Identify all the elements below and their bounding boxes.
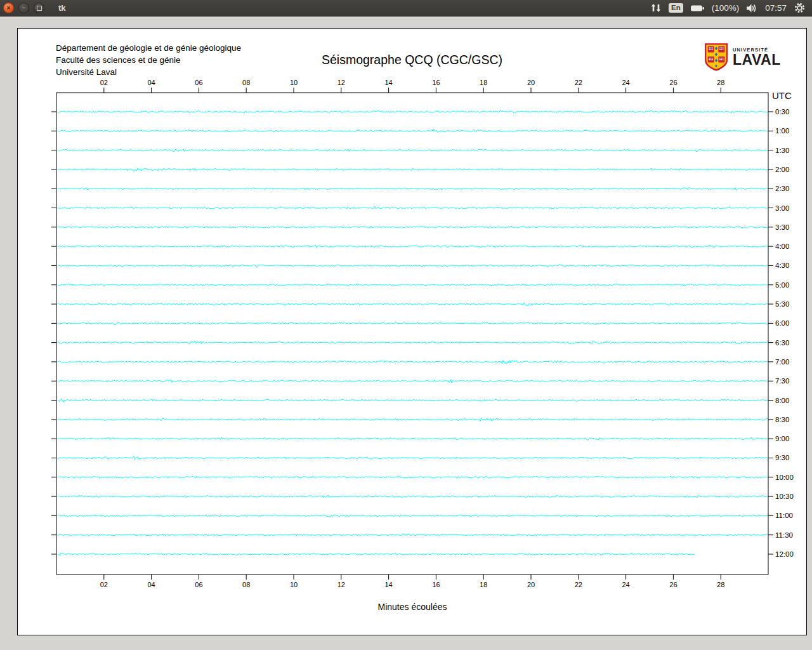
x-tick-label-top: 06	[195, 79, 202, 86]
seismograph-plot: 0202040406060808101012121414161618182020…	[18, 29, 808, 636]
seismic-trace	[58, 495, 768, 498]
utc-time-label: 3:00	[775, 204, 789, 212]
clock[interactable]: 07:57	[765, 3, 787, 13]
x-tick-label-top: 12	[337, 79, 345, 86]
utc-time-label: 4:30	[775, 262, 789, 269]
x-tick-label-bottom: 02	[100, 581, 108, 588]
seismic-trace	[58, 399, 768, 402]
utc-time-label: 9:00	[775, 435, 789, 442]
maximize-icon	[37, 6, 42, 11]
utc-time-label: 9:30	[775, 454, 789, 461]
x-tick-label-bottom: 04	[147, 581, 155, 588]
utc-time-label: 11:00	[775, 512, 793, 519]
x-tick-label-bottom: 16	[432, 581, 440, 588]
x-tick-label-top: 26	[669, 79, 677, 86]
seismic-trace	[58, 206, 768, 209]
system-tray: En (100%) 07:57	[650, 2, 812, 14]
x-tick-label-bottom: 14	[384, 581, 392, 588]
utc-time-label: 1:30	[775, 147, 789, 154]
seismic-trace	[58, 456, 768, 460]
seismic-trace	[58, 361, 768, 364]
seismic-trace	[58, 265, 768, 267]
seismic-trace	[58, 341, 768, 344]
seismic-trace	[58, 437, 768, 440]
utc-time-label: 6:30	[775, 339, 789, 347]
utc-time-label: 6:00	[775, 319, 789, 327]
utc-time-label: 10:30	[775, 493, 794, 500]
seismic-trace	[58, 168, 768, 171]
utc-time-label: 2:30	[775, 185, 789, 192]
utc-time-label: 5:30	[775, 300, 789, 308]
x-tick-label-bottom: 18	[480, 581, 487, 588]
x-tick-label-top: 10	[290, 79, 298, 86]
utc-time-label: 1:00	[775, 127, 789, 135]
utc-axis-label: UTC	[772, 90, 792, 101]
utc-time-label: 3:30	[775, 223, 789, 231]
x-tick-label-top: 18	[480, 79, 487, 86]
x-tick-label-top: 14	[384, 79, 392, 86]
keyboard-layout-indicator[interactable]: En	[669, 3, 683, 13]
x-tick-label-bottom: 20	[527, 581, 535, 588]
x-axis-title: Minutes écoulées	[378, 602, 447, 612]
close-icon: ×	[6, 4, 10, 11]
seismic-trace	[58, 418, 768, 422]
utc-time-label: 12:00	[775, 550, 794, 558]
window-maximize-button[interactable]	[34, 3, 44, 13]
seismic-trace	[58, 110, 768, 113]
x-tick-label-top: 22	[575, 79, 582, 86]
seismic-trace	[58, 303, 768, 306]
battery-icon[interactable]	[690, 3, 705, 13]
utc-time-label: 0:30	[775, 108, 789, 116]
utc-time-label: 4:00	[775, 242, 789, 250]
seismic-trace	[58, 149, 768, 152]
x-tick-label-bottom: 24	[622, 581, 629, 588]
x-tick-label-bottom: 08	[242, 581, 250, 588]
seismic-trace	[58, 553, 695, 555]
x-tick-label-top: 24	[622, 79, 629, 86]
network-sync-arrows-icon[interactable]	[650, 3, 662, 13]
seismic-trace	[58, 226, 768, 229]
x-tick-label-bottom: 22	[575, 581, 582, 588]
window-close-button[interactable]: ×	[3, 3, 14, 13]
seismic-trace	[58, 284, 768, 286]
x-tick-label-top: 20	[527, 79, 535, 86]
window-minimize-button[interactable]: −	[18, 3, 29, 13]
utc-time-label: 5:00	[775, 281, 789, 289]
speaker-volume-icon[interactable]	[746, 3, 758, 13]
battery-percentage[interactable]: (100%)	[712, 3, 740, 13]
x-tick-label-top: 02	[100, 79, 108, 86]
seismic-trace	[58, 476, 768, 479]
seismic-trace	[58, 245, 768, 248]
x-tick-label-top: 04	[147, 79, 155, 86]
x-tick-label-top: 16	[432, 79, 440, 86]
x-tick-label-bottom: 26	[669, 581, 677, 588]
utc-time-label: 8:00	[775, 397, 789, 404]
minimize-icon: −	[22, 4, 25, 11]
seismic-trace	[58, 380, 768, 383]
x-tick-label-top: 08	[242, 79, 250, 86]
utc-time-label: 7:00	[775, 358, 789, 366]
utc-time-label: 8:30	[775, 416, 789, 423]
window-title: tk	[58, 3, 66, 13]
window-controls: × −	[3, 3, 44, 13]
desktop-background: Département de géologie et de génie géol…	[0, 17, 812, 650]
x-tick-label-bottom: 06	[195, 581, 202, 588]
utc-time-label: 10:00	[775, 474, 794, 481]
x-tick-label-top: 28	[717, 79, 724, 86]
seismograph-page: Département de géologie et de génie géol…	[17, 28, 807, 635]
x-tick-label-bottom: 10	[290, 581, 298, 588]
seismic-trace	[58, 129, 768, 132]
seismic-trace	[58, 187, 768, 190]
utc-time-label: 7:30	[775, 377, 789, 385]
utc-time-label: 11:30	[775, 531, 793, 539]
seismic-trace	[58, 515, 768, 517]
seismic-trace	[58, 322, 768, 325]
seismic-trace	[58, 533, 768, 536]
x-tick-label-bottom: 12	[337, 581, 345, 588]
session-gear-icon[interactable]	[794, 2, 806, 14]
plot-border	[56, 93, 768, 574]
utc-time-label: 2:00	[775, 166, 789, 173]
x-tick-label-bottom: 28	[717, 581, 724, 588]
window-titlebar: × − tk En (100%) 07:57	[0, 0, 812, 17]
